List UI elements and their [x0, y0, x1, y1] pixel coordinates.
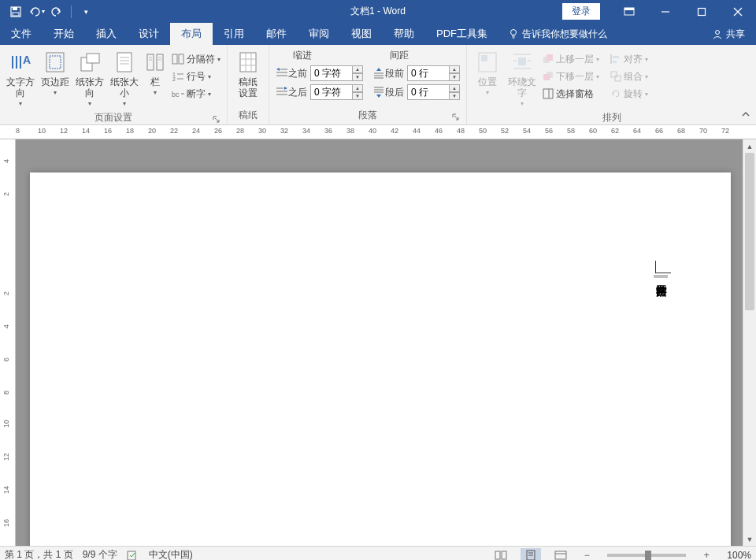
- wrap-text-button[interactable]: 环绕文字▾: [505, 47, 539, 109]
- ruler-tick: 56: [545, 127, 553, 135]
- document-text[interactable]: 软件自学网文字方向: [654, 275, 668, 278]
- view-web-button[interactable]: [550, 548, 571, 561]
- ruler-tick: 58: [567, 127, 575, 135]
- tab-插入[interactable]: 插入: [85, 23, 128, 45]
- svg-rect-57: [481, 55, 487, 61]
- scroll-up-button[interactable]: ▲: [743, 139, 756, 153]
- ruler-tick: 28: [236, 127, 244, 135]
- bring-forward-icon: [543, 54, 554, 65]
- redo-button[interactable]: [47, 2, 66, 21]
- text-direction-button[interactable]: A 文字方向 ▾: [3, 47, 38, 109]
- space-before-down[interactable]: ▼: [449, 73, 460, 81]
- line-numbers-button[interactable]: 12行号▾: [169, 68, 224, 85]
- collapse-ribbon-button[interactable]: [739, 107, 753, 121]
- zoom-slider[interactable]: [607, 554, 686, 557]
- bring-forward-button[interactable]: 上移一层▾: [539, 50, 607, 68]
- zoom-slider-thumb[interactable]: [645, 551, 651, 560]
- tab-引用[interactable]: 引用: [213, 23, 255, 45]
- ruler-tick: 62: [611, 127, 619, 135]
- save-button[interactable]: [6, 2, 25, 21]
- send-backward-button[interactable]: 下移一层▾: [539, 68, 607, 85]
- tab-开始[interactable]: 开始: [43, 23, 85, 45]
- tell-me-input[interactable]: 告诉我你想要做什么: [498, 23, 617, 45]
- space-after-input[interactable]: [407, 84, 450, 100]
- document-canvas[interactable]: 软件自学网文字方向 软件自学网 WWW.RJZXW.COM: [16, 139, 743, 546]
- view-print-button[interactable]: [521, 548, 541, 561]
- status-proofing-icon[interactable]: [127, 550, 139, 561]
- space-after-up[interactable]: ▲: [449, 84, 460, 92]
- svg-rect-80: [555, 551, 566, 559]
- zoom-percent[interactable]: 100%: [727, 550, 751, 561]
- ruler-tick: 44: [413, 127, 421, 135]
- spacing-header: 间距: [390, 49, 460, 62]
- space-after-icon: [372, 86, 385, 98]
- ruler-tick: 38: [346, 127, 354, 135]
- ruler-vertical[interactable]: 42246810121416: [0, 139, 16, 546]
- breaks-button[interactable]: 分隔符▾: [169, 50, 224, 68]
- quick-access-toolbar: ▾ ▾: [0, 2, 95, 21]
- login-button[interactable]: 登录: [562, 3, 600, 20]
- selection-pane-button[interactable]: 选择窗格: [539, 85, 607, 102]
- indent-before-up[interactable]: ▲: [352, 65, 363, 73]
- indent-before-input[interactable]: [310, 65, 353, 81]
- status-page[interactable]: 第 1 页，共 1 页: [5, 548, 73, 560]
- position-button[interactable]: 位置▾: [470, 47, 505, 98]
- close-button[interactable]: [720, 0, 756, 23]
- scroll-thumb[interactable]: [745, 153, 754, 310]
- orientation-icon: [77, 50, 102, 75]
- rotate-button[interactable]: 旋转▾: [607, 85, 659, 102]
- ruler-tick: 8: [16, 127, 20, 135]
- tab-PDF工具集[interactable]: PDF工具集: [425, 23, 498, 45]
- indent-after-input[interactable]: [310, 84, 353, 100]
- ribbon-options-button[interactable]: [611, 0, 647, 23]
- titlebar-right: 登录: [562, 0, 756, 23]
- maximize-button[interactable]: [684, 0, 720, 23]
- scroll-down-button[interactable]: ▼: [743, 532, 756, 546]
- minimize-button[interactable]: [647, 0, 684, 23]
- indent-before-down[interactable]: ▼: [352, 73, 363, 81]
- manuscript-button[interactable]: 稿纸 设置: [231, 47, 265, 101]
- zoom-in-button[interactable]: +: [700, 550, 713, 561]
- indent-after-down[interactable]: ▼: [352, 92, 363, 100]
- paragraph-dialog-launcher[interactable]: [450, 112, 461, 123]
- zoom-out-button[interactable]: −: [580, 550, 593, 561]
- tab-设计[interactable]: 设计: [128, 23, 170, 45]
- ruler-tick: 42: [391, 127, 398, 135]
- columns-icon: [143, 50, 168, 75]
- undo-button[interactable]: ▾: [27, 2, 46, 21]
- page-setup-dialog-launcher[interactable]: [211, 114, 222, 125]
- space-after-down[interactable]: ▼: [449, 92, 460, 100]
- orientation-button[interactable]: 纸张方向 ▾: [72, 47, 107, 109]
- tab-帮助[interactable]: 帮助: [383, 23, 425, 45]
- space-before-up[interactable]: ▲: [449, 65, 460, 73]
- status-words[interactable]: 9/9 个字: [83, 548, 117, 560]
- tab-视图[interactable]: 视图: [340, 23, 383, 45]
- status-language[interactable]: 中文(中国): [149, 548, 193, 560]
- scrollbar-vertical[interactable]: ▲ ▼: [743, 139, 756, 546]
- space-before-input[interactable]: [407, 65, 450, 81]
- margins-button[interactable]: 页边距 ▾: [38, 47, 72, 98]
- group-button[interactable]: 组合▾: [607, 68, 659, 85]
- tab-文件[interactable]: 文件: [0, 23, 43, 45]
- hyphenation-button[interactable]: bc断字▾: [169, 85, 224, 102]
- ruler-horizontal[interactable]: 8101214161820222426283032343638404244464…: [0, 125, 756, 139]
- scroll-track[interactable]: [743, 153, 756, 532]
- tab-审阅[interactable]: 审阅: [298, 23, 340, 45]
- qat-customize-button[interactable]: ▾: [76, 2, 95, 21]
- share-button[interactable]: 共享: [701, 23, 756, 45]
- ruler-tick: 34: [302, 127, 310, 135]
- tab-布局[interactable]: 布局: [170, 23, 213, 45]
- ruler-tick-v: 6: [2, 358, 10, 362]
- text-direction-icon: A: [8, 50, 33, 75]
- indent-after-up[interactable]: ▲: [352, 84, 363, 92]
- view-read-button[interactable]: [491, 548, 511, 561]
- ruler-tick: 50: [479, 127, 487, 135]
- share-label: 共享: [726, 28, 745, 41]
- ruler-tick-v: 2: [2, 291, 10, 295]
- size-button[interactable]: 纸张大小 ▾: [107, 47, 142, 109]
- columns-button[interactable]: 栏 ▾: [142, 47, 169, 98]
- margins-label: 页边距: [41, 76, 69, 87]
- wrap-text-icon: [510, 50, 535, 75]
- align-button[interactable]: 对齐▾: [607, 50, 659, 68]
- tab-邮件[interactable]: 邮件: [255, 23, 298, 45]
